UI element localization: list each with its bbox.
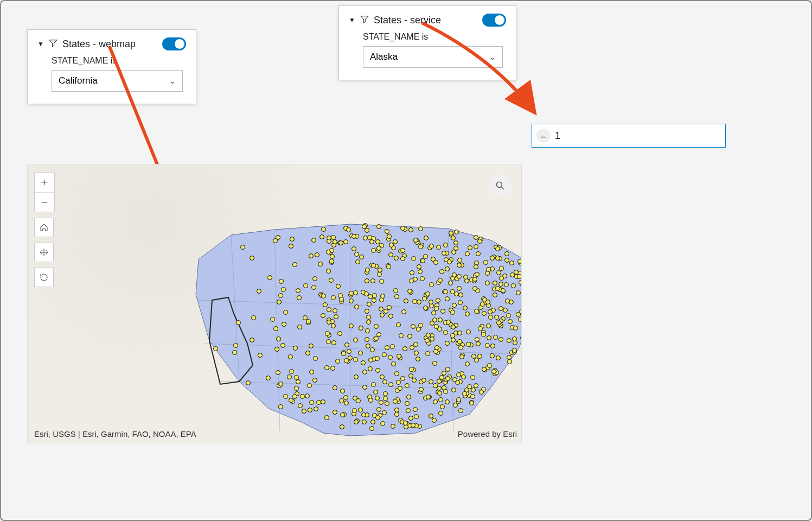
city-point xyxy=(309,400,314,405)
city-point xyxy=(414,351,419,355)
city-point xyxy=(496,270,501,275)
result-card[interactable]: 1 xyxy=(532,124,726,148)
city-point xyxy=(451,236,456,240)
filter-toggle[interactable] xyxy=(482,14,506,27)
city-point xyxy=(380,421,385,426)
city-point xyxy=(431,310,436,315)
city-point xyxy=(274,347,279,352)
city-point xyxy=(213,346,218,351)
city-point xyxy=(404,298,408,303)
city-point xyxy=(312,378,317,383)
map-view[interactable]: Esri, USGS | Esri, Garmin, FAO, NOAA, EP… xyxy=(27,164,522,443)
city-point xyxy=(330,366,335,371)
state-select-service[interactable]: Alaska ⌄ xyxy=(363,46,503,68)
city-point xyxy=(440,404,445,409)
filter-field-label: STATE_NAME is xyxy=(363,32,506,42)
city-point xyxy=(365,228,369,233)
city-point xyxy=(358,351,363,355)
city-point xyxy=(476,251,481,256)
city-point xyxy=(451,325,456,329)
city-point xyxy=(300,394,305,399)
city-point xyxy=(512,348,517,353)
city-point xyxy=(396,380,401,385)
city-point xyxy=(385,229,389,234)
reset-rotation-button[interactable] xyxy=(34,268,54,287)
city-point xyxy=(434,306,439,311)
city-point xyxy=(405,401,410,406)
city-point xyxy=(354,252,359,257)
city-point xyxy=(377,272,382,277)
city-point xyxy=(443,330,448,335)
city-point xyxy=(379,279,384,284)
city-point xyxy=(410,270,414,275)
collapse-caret-icon[interactable]: ▼ xyxy=(37,40,44,48)
city-point xyxy=(398,386,402,391)
city-point xyxy=(458,300,463,305)
city-point xyxy=(420,258,425,263)
city-point xyxy=(316,400,321,405)
collapse-caret-icon[interactable]: ▼ xyxy=(349,16,355,24)
city-point xyxy=(387,234,392,239)
city-point xyxy=(333,410,337,415)
city-point xyxy=(380,374,385,379)
city-point xyxy=(344,358,349,363)
city-point xyxy=(293,346,298,351)
city-point xyxy=(470,394,475,399)
city-point xyxy=(485,281,490,285)
city-point xyxy=(432,418,437,423)
city-point xyxy=(281,287,286,292)
zoom-in-button[interactable] xyxy=(35,173,54,192)
city-point xyxy=(487,335,491,340)
city-point xyxy=(432,361,437,366)
pan-button[interactable] xyxy=(34,243,54,262)
city-point xyxy=(311,238,316,243)
city-point xyxy=(366,320,371,325)
city-point xyxy=(457,258,462,263)
city-point xyxy=(287,374,292,379)
city-point xyxy=(423,254,428,259)
city-point xyxy=(292,262,297,267)
city-point xyxy=(353,290,358,295)
city-point xyxy=(430,336,434,341)
city-point xyxy=(353,338,358,342)
home-button[interactable] xyxy=(34,218,54,237)
city-point xyxy=(380,294,385,298)
city-point xyxy=(486,267,491,272)
map-search-button[interactable] xyxy=(489,174,512,197)
city-point xyxy=(424,236,429,240)
city-point xyxy=(448,281,453,285)
city-point xyxy=(367,302,372,307)
city-point xyxy=(308,408,312,412)
chevron-down-icon: ⌄ xyxy=(169,77,176,85)
city-point xyxy=(375,368,380,373)
city-point xyxy=(438,278,443,283)
city-point xyxy=(401,309,406,314)
city-point xyxy=(452,272,457,277)
city-point xyxy=(516,290,521,295)
city-point xyxy=(495,246,500,251)
city-point xyxy=(340,389,345,393)
city-point xyxy=(358,408,363,412)
city-point xyxy=(383,391,388,396)
city-point xyxy=(426,395,431,399)
city-point xyxy=(352,408,357,413)
city-point xyxy=(481,332,486,337)
city-point xyxy=(400,248,405,253)
city-point xyxy=(382,352,387,357)
city-point xyxy=(372,293,377,298)
city-point xyxy=(359,255,364,259)
city-point xyxy=(382,410,387,415)
city-point xyxy=(457,286,462,291)
city-point xyxy=(327,307,331,312)
city-point xyxy=(365,328,370,333)
filter-toggle[interactable] xyxy=(162,37,186,50)
city-point xyxy=(425,351,430,356)
city-point xyxy=(411,423,415,428)
city-point xyxy=(232,350,237,355)
state-select-webmap[interactable]: California ⌄ xyxy=(52,70,183,92)
city-point xyxy=(273,326,278,331)
zoom-out-button[interactable] xyxy=(35,192,54,212)
city-point xyxy=(365,337,369,342)
city-point xyxy=(388,252,393,257)
city-point xyxy=(394,412,399,417)
